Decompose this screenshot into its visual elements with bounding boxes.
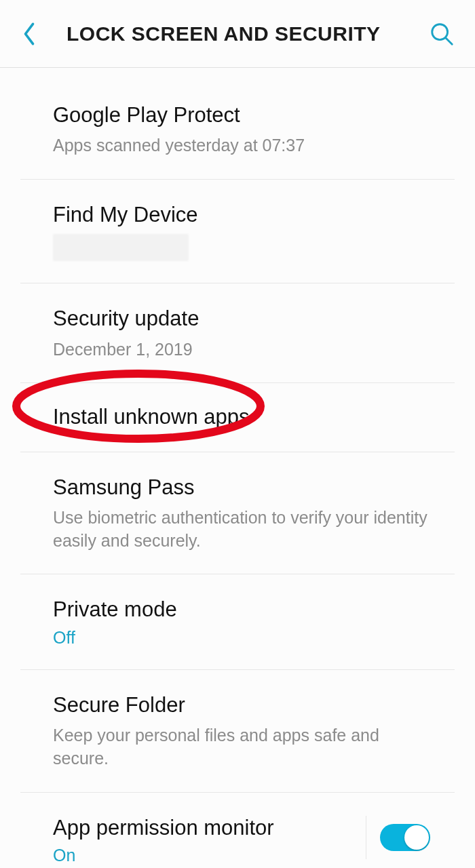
svg-line-1 [446, 37, 453, 43]
back-button[interactable] [12, 14, 46, 54]
chevron-left-icon [22, 21, 37, 47]
item-title: Security update [53, 305, 430, 332]
item-subtitle: December 1, 2019 [53, 338, 430, 361]
toggle-knob-icon [404, 825, 429, 850]
item-title: Private mode [53, 596, 430, 623]
page-title: LOCK SCREEN AND SECURITY [46, 22, 425, 45]
toggle-switch[interactable] [380, 824, 430, 851]
item-install-unknown-apps[interactable]: Install unknown apps [20, 383, 455, 452]
item-title: App permission monitor [53, 814, 366, 842]
search-icon [429, 21, 455, 47]
item-title: Google Play Protect [53, 102, 430, 129]
item-title: Find My Device [53, 201, 430, 229]
settings-list: Google Play Protect Apps scanned yesterd… [0, 80, 475, 868]
item-title: Install unknown apps [53, 403, 430, 431]
item-status: Off [53, 628, 430, 648]
item-secure-folder[interactable]: Secure Folder Keep your personal files a… [20, 670, 455, 793]
item-google-play-protect[interactable]: Google Play Protect Apps scanned yesterd… [20, 80, 455, 180]
item-find-my-device[interactable]: Find My Device [20, 180, 455, 283]
item-subtitle: Use biometric authentication to verify y… [53, 507, 430, 553]
item-security-update[interactable]: Security update December 1, 2019 [20, 283, 455, 383]
item-samsung-pass[interactable]: Samsung Pass Use biometric authenticatio… [20, 452, 455, 575]
toggle-divider [366, 816, 430, 859]
item-title: Samsung Pass [53, 474, 430, 501]
item-status: On [53, 846, 366, 865]
item-private-mode[interactable]: Private mode Off [20, 574, 455, 669]
item-subtitle: Apps scanned yesterday at 07:37 [53, 134, 430, 157]
item-title: Secure Folder [53, 692, 430, 719]
app-header: LOCK SCREEN AND SECURITY [0, 0, 475, 68]
item-subtitle: Keep your personal files and apps safe a… [53, 724, 430, 770]
item-app-permission-monitor[interactable]: App permission monitor On [20, 793, 455, 868]
redacted-text [53, 234, 189, 261]
search-button[interactable] [425, 14, 459, 54]
